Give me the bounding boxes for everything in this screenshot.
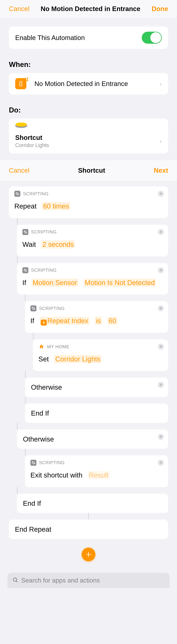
enable-automation-label: Enable This Automation [15, 34, 142, 42]
editor-cancel-button[interactable]: Cancel [9, 166, 29, 174]
svg-point-0 [13, 578, 17, 581]
scripting-icon [14, 191, 20, 197]
add-action-button[interactable] [82, 548, 95, 561]
if-input-token[interactable]: Motion Sensor [32, 278, 78, 287]
set-keyword: Set [39, 355, 49, 363]
connector-line [33, 333, 34, 339]
otherwise-block[interactable]: ✕ Otherwise [17, 430, 168, 449]
done-button[interactable]: Done [152, 5, 168, 12]
enable-toggle[interactable] [142, 32, 162, 44]
connector-line [17, 218, 18, 225]
automation-header: Cancel No Motion Detected in Entrance Do… [0, 0, 177, 18]
shortcut-card-subtitle: Corridor Lights [15, 142, 159, 148]
chevron-right-icon: › [159, 80, 162, 88]
endif-block[interactable]: End If [17, 494, 168, 513]
otherwise-label: Otherwise [23, 435, 54, 443]
wait-duration-token[interactable]: 2 seconds [41, 240, 75, 248]
repeat-count-token[interactable]: 60 times [42, 202, 70, 210]
search-icon [13, 577, 18, 584]
editor-next-button[interactable]: Next [154, 166, 168, 174]
delete-step-icon[interactable]: ✕ [158, 267, 164, 273]
automation-title: No Motion Detected in Entrance [41, 5, 140, 12]
home-icon [39, 344, 45, 350]
comparison-value-token[interactable]: 60 [107, 317, 117, 325]
motion-sensor-icon [15, 78, 26, 89]
set-scene-step[interactable]: ✕ MY HOME Set Corridor Lights [33, 339, 168, 371]
delete-step-icon[interactable]: ✕ [158, 434, 164, 440]
if-keyword: If [30, 317, 34, 324]
connector-line [25, 371, 26, 378]
step-category: SCRIPTING [31, 229, 57, 234]
scripting-icon [30, 460, 37, 466]
scripting-icon [22, 267, 28, 273]
delete-step-icon[interactable]: ✕ [158, 191, 164, 197]
exit-keyword: Exit shortcut with [30, 471, 82, 479]
step-category: SCRIPTING [23, 191, 49, 196]
exit-result-token[interactable]: Result [88, 471, 110, 479]
shortcut-card[interactable]: Shortcut Corridor Lights › [9, 118, 168, 154]
exit-shortcut-step[interactable]: ✕ SCRIPTING Exit shortcut with Result [25, 456, 168, 487]
connector-line [25, 294, 26, 301]
if-repeatindex-step[interactable]: ✕ SCRIPTING If xRepeat Index is 60 [25, 301, 168, 333]
scene-token[interactable]: Corridor Lights [54, 355, 102, 363]
if-keyword: If [22, 279, 26, 286]
endrepeat-label: End Repeat [15, 526, 51, 533]
plus-icon [85, 551, 92, 558]
connector-line [17, 487, 18, 494]
step-category: SCRIPTING [31, 268, 57, 273]
enable-automation-row[interactable]: Enable This Automation [9, 26, 168, 49]
comparison-token[interactable]: is [95, 317, 102, 325]
connector-line [88, 513, 89, 520]
svg-line-1 [16, 581, 18, 582]
delete-step-icon[interactable]: ✕ [158, 344, 164, 350]
shortcut-card-title: Shortcut [15, 134, 159, 142]
scene-icon [15, 124, 27, 128]
connector-line [25, 397, 26, 404]
endrepeat-block[interactable]: End Repeat [9, 520, 168, 539]
if-condition-token[interactable]: Motion Is Not Detected [84, 278, 156, 287]
step-category: MY HOME [47, 344, 69, 349]
connector-line [17, 256, 18, 263]
wait-keyword: Wait [22, 240, 36, 248]
otherwise-label: Otherwise [31, 384, 62, 391]
step-category: SCRIPTING [39, 306, 65, 311]
variable-badge-icon: x [41, 320, 47, 326]
when-section-label: When: [0, 49, 177, 73]
do-section-label: Do: [0, 94, 177, 118]
scripting-icon [30, 306, 37, 312]
wait-step[interactable]: ✕ SCRIPTING Wait 2 seconds [17, 225, 168, 256]
repeat-index-variable-token[interactable]: xRepeat Index [40, 317, 90, 325]
repeat-step[interactable]: ✕ SCRIPTING Repeat 60 times [9, 186, 168, 218]
trigger-label: No Motion Detected in Entrance [35, 80, 159, 88]
delete-step-icon[interactable]: ✕ [158, 306, 164, 312]
endif-block[interactable]: End If [25, 404, 168, 423]
delete-step-icon[interactable]: ✕ [158, 460, 164, 466]
delete-step-icon[interactable]: ✕ [158, 382, 164, 388]
connector-line [25, 449, 26, 456]
connector-line [17, 423, 18, 430]
scripting-icon [22, 229, 28, 235]
if-motion-step[interactable]: ✕ SCRIPTING If Motion Sensor Motion Is N… [17, 263, 168, 295]
repeat-keyword: Repeat [14, 202, 37, 210]
cancel-button[interactable]: Cancel [9, 5, 29, 12]
chevron-right-icon: › [159, 137, 162, 145]
search-input[interactable] [21, 577, 164, 584]
editor-title: Shortcut [78, 166, 105, 174]
delete-step-icon[interactable]: ✕ [158, 229, 164, 235]
trigger-row[interactable]: No Motion Detected in Entrance › [9, 73, 168, 94]
step-category: SCRIPTING [39, 460, 65, 465]
shortcut-editor-header: Cancel Shortcut Next [0, 160, 177, 181]
endif-label: End If [23, 500, 41, 507]
endif-label: End If [31, 410, 49, 417]
otherwise-block[interactable]: ✕ Otherwise [25, 378, 168, 397]
search-bar[interactable] [8, 573, 169, 588]
